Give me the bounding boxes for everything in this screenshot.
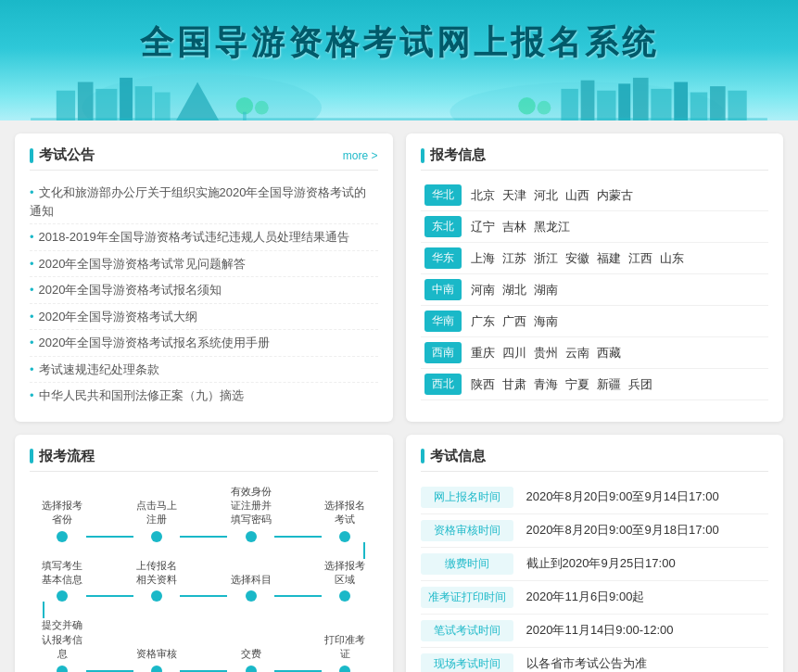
flow-step-label: 资格审核 (136, 636, 177, 662)
region-badge: 华北 (424, 184, 462, 206)
city-link[interactable]: 江苏 (502, 251, 526, 265)
city-link[interactable]: 吉林 (502, 220, 526, 234)
svg-rect-17 (710, 86, 726, 120)
svg-rect-10 (581, 81, 595, 120)
flow-step-label: 选择报名考试 (322, 499, 369, 527)
city-link[interactable]: 陕西 (471, 377, 495, 391)
flow-connector (86, 536, 133, 538)
exam-info-value: 截止到2020年9月25日17:00 (513, 555, 769, 572)
city-link[interactable]: 山西 (565, 188, 589, 202)
city-link[interactable]: 山东 (660, 251, 684, 265)
exam-info-value: 2020年11月6日9:00起 (513, 589, 769, 605)
title-bar-icon2 (421, 148, 424, 163)
exam-info-label: 准考证打印时间 (421, 587, 513, 608)
announcement-card: 考试公告 more > 文化和旅游部办公厅关于组织实施2020年全国导游资格考试… (15, 133, 393, 422)
exam-info-row: 笔试考试时间2020年11月14日9:00-12:00 (421, 615, 769, 648)
city-link[interactable]: 上海 (471, 251, 495, 265)
news-item[interactable]: 中华人民共和国刑法修正案（九）摘选 (30, 383, 378, 409)
city-link[interactable]: 天津 (502, 188, 526, 202)
flow-step-dot (246, 666, 257, 672)
flow-step-label: 填写考生基本信息 (39, 559, 86, 588)
process-title: 报考流程 (30, 448, 95, 465)
svg-point-23 (538, 101, 551, 115)
flow-step: 打印准考证 (322, 633, 369, 672)
city-link[interactable]: 河南 (471, 283, 495, 297)
process-card: 报考流程 选择报考省份点击马上注册有效身份证注册并填写密码选择报名考试填写考生基… (15, 435, 393, 673)
flow-step-dot (246, 531, 257, 542)
city-link[interactable]: 宁夏 (565, 377, 589, 391)
city-link[interactable]: 西藏 (597, 346, 621, 360)
svg-rect-13 (633, 78, 649, 120)
city-link[interactable]: 贵州 (534, 346, 558, 360)
city-link[interactable]: 新疆 (597, 377, 621, 391)
region-cities: 陕西甘肃青海宁夏新疆兵团 (467, 369, 769, 400)
city-link[interactable]: 内蒙古 (597, 188, 633, 202)
news-item[interactable]: 2018-2019年全国导游资格考试违纪违规人员处理结果通告 (30, 224, 378, 251)
flow-step-label: 选择报考省份 (39, 499, 86, 527)
city-link[interactable]: 河北 (534, 188, 558, 202)
news-item[interactable]: 2020年全国导游资格考试报名须知 (30, 277, 378, 304)
city-link[interactable]: 甘肃 (502, 377, 526, 391)
exam-info-title: 考试信息 (421, 448, 486, 465)
news-item[interactable]: 2020年全国导游资格考试大纲 (30, 304, 378, 331)
registration-card: 报考信息 华北北京天津河北山西内蒙古东北辽宁吉林黑龙江华东上海江苏浙江安徽福建江… (406, 133, 784, 422)
svg-rect-11 (597, 91, 615, 120)
region-row: 东北辽宁吉林黑龙江 (421, 211, 769, 243)
more-link[interactable]: more > (343, 149, 378, 162)
page-title: 全国导游资格考试网上报名系统 (0, 0, 798, 66)
city-link[interactable]: 兵团 (628, 377, 652, 391)
flow-step: 选择报名考试 (322, 499, 369, 542)
city-link[interactable]: 浙江 (534, 251, 558, 265)
exam-info-label: 笔试考试时间 (421, 620, 513, 641)
flow-step: 上传报名相关资料 (133, 559, 181, 602)
svg-rect-9 (561, 89, 577, 120)
region-row: 西南重庆四川贵州云南西藏 (421, 337, 769, 369)
city-link[interactable]: 湖南 (534, 283, 558, 297)
city-link[interactable]: 辽宁 (471, 220, 495, 234)
flow-step-dot (246, 590, 257, 602)
svg-rect-6 (135, 86, 152, 120)
flow-step-label: 选择报考区域 (322, 559, 369, 588)
svg-point-22 (518, 97, 535, 114)
news-item[interactable]: 2020年全国导游资格考试报名系统使用手册 (30, 330, 378, 357)
region-badge: 华南 (424, 311, 462, 332)
exam-info-row: 网上报名时间2020年8月20日9:00至9月14日17:00 (421, 481, 769, 514)
flow-connector (180, 536, 227, 538)
exam-info-row: 资格审核时间2020年8月20日9:00至9月18日17:00 (421, 514, 769, 548)
flow-step-label: 点击马上注册 (133, 499, 181, 527)
city-link[interactable]: 湖北 (502, 283, 526, 297)
city-link[interactable]: 广东 (471, 314, 495, 328)
exam-info-value: 以各省市考试公告为准 (513, 655, 769, 672)
flow-step: 交费 (227, 636, 274, 672)
city-link[interactable]: 青海 (534, 377, 558, 391)
city-link[interactable]: 黑龙江 (534, 220, 570, 234)
region-cities: 重庆四川贵州云南西藏 (467, 337, 769, 369)
flow-connector (274, 595, 322, 597)
news-item[interactable]: 2020年全国导游资格考试常见问题解答 (30, 251, 378, 278)
flow-connector (86, 595, 133, 597)
city-link[interactable]: 广西 (502, 314, 526, 328)
flow-connector (86, 670, 133, 672)
flow-step: 提交并确认报考信息 (39, 618, 86, 672)
city-link[interactable]: 四川 (502, 346, 526, 360)
city-link[interactable]: 重庆 (471, 346, 495, 360)
title-bar-icon (30, 148, 33, 163)
city-link[interactable]: 云南 (565, 346, 589, 360)
flow-step-label: 交费 (241, 636, 261, 662)
news-item[interactable]: 文化和旅游部办公厅关于组织实施2020年全国导游资格考试的通知 (30, 180, 378, 224)
city-link[interactable]: 福建 (597, 251, 621, 265)
flow-step-dot (339, 666, 350, 672)
city-link[interactable]: 海南 (534, 314, 558, 328)
flow-connector (274, 536, 322, 538)
flow-connector (180, 595, 227, 597)
exam-info-label: 缴费时间 (421, 553, 513, 575)
header: 全国导游资格考试网上报名系统 (0, 0, 798, 120)
flow-step-label: 提交并确认报考信息 (39, 618, 86, 661)
city-link[interactable]: 江西 (628, 251, 652, 265)
announcement-title: 考试公告 (30, 146, 95, 164)
city-link[interactable]: 安徽 (565, 251, 589, 265)
flow-step-label: 上传报名相关资料 (133, 559, 181, 588)
city-link[interactable]: 北京 (471, 188, 495, 202)
flow-step-dot (57, 666, 68, 672)
news-item[interactable]: 考试速规违纪处理条款 (30, 357, 378, 384)
